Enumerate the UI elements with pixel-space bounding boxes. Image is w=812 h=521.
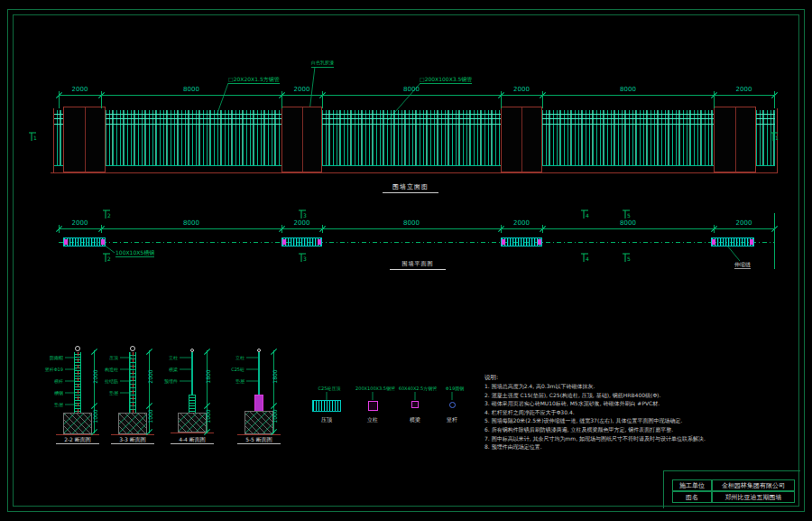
plan-end-line — [774, 213, 775, 269]
plan-channel-callout: 100X10X5槽钢 — [115, 249, 154, 257]
legend-callout: 60X40X2.5方钢管 — [397, 386, 438, 391]
elevation-dim-value: 2000 — [289, 87, 316, 93]
fence-rail — [53, 124, 63, 125]
section-dim-bottom: 1000 — [93, 404, 98, 429]
legend-callout: C25砼压顶 — [309, 386, 350, 391]
elevation-dim-value: 2000 — [67, 87, 94, 93]
elevation-callout: 白色乳胶漆 — [311, 60, 334, 68]
pillar-joint-line — [735, 107, 736, 172]
leader-line — [727, 246, 740, 261]
note-line: 6. 所有钢构件除锈后刷防锈漆两遍, 立柱及横梁颜色甲方定, 钢件表面打磨平整. — [484, 425, 710, 434]
elevation-dim-value: 2000 — [731, 87, 758, 93]
fence-rail — [106, 118, 281, 119]
section-ground-line — [56, 434, 99, 435]
plan-section-mark: 4 — [580, 252, 593, 265]
note-line: 7. 图中标高以米计, 其余尺寸均为mm, 如现场与图纸尺寸不符时请及时与设计单… — [484, 434, 710, 443]
elevation-ext-lower — [542, 98, 543, 108]
section-label: 预埋件 — [140, 378, 178, 384]
fence-pillar — [281, 107, 322, 172]
plan-block-cap — [538, 239, 541, 245]
legend-callout: 200X100X3.5钢管 — [355, 386, 396, 391]
note-line: 1. 围墙总高度为2.4, 高0.3m以下砖砌体抹灰. — [484, 382, 710, 391]
note-line: 3. 砌体采用页岩实心砖MU10标砖, M5水泥砂浆, 砖砌体外刷白 #PVC材… — [484, 399, 710, 408]
fence-rail — [106, 124, 281, 125]
fence-panel — [106, 110, 281, 166]
section-title: 3-3 断面图 — [111, 436, 154, 444]
elevation-dim-value: 2000 — [508, 87, 535, 93]
plan-ext — [59, 225, 60, 233]
fence-rail — [756, 118, 775, 119]
section-centerline — [78, 349, 78, 419]
elevation-ext-lower — [59, 98, 60, 108]
svg-text:4: 4 — [586, 256, 589, 262]
pillar-joint-line — [521, 107, 522, 172]
fence-panel — [542, 110, 714, 166]
fence-rail — [322, 114, 501, 115]
legend-name: 立柱 — [355, 416, 391, 423]
plan-block-cap — [750, 239, 753, 245]
svg-text:5: 5 — [627, 256, 631, 262]
plan-dim-value: 8000 — [398, 220, 425, 227]
plan-ext — [322, 225, 323, 233]
fence-rail — [542, 114, 714, 115]
fence-rail — [756, 114, 775, 115]
plan-wall-centerline — [59, 242, 774, 243]
elevation-dim-value: 8000 — [614, 87, 641, 93]
legend-name: 竖杆 — [434, 416, 470, 423]
svg-text:1: 1 — [775, 135, 779, 141]
note-line: 4. 栏杆竖杆之间净距不应大于Φ30.4. — [484, 408, 710, 417]
plan-section-mark: 2 — [102, 209, 115, 221]
plan-block-cap — [712, 239, 715, 245]
plan-block-cap — [101, 239, 105, 245]
section-label: 竖杆Φ19 — [25, 367, 63, 372]
notes-block: 说明: 1. 围墙总高度为2.4, 高0.3m以下砖砌体抹灰.2. 混凝土强度 … — [484, 374, 710, 451]
elevation-dimline — [59, 95, 774, 96]
section-label: 槽钢 — [25, 390, 63, 395]
legend-shape-square — [411, 401, 419, 408]
section-label: 构造柱 — [80, 367, 118, 372]
section-dim-top: 1800 — [272, 364, 278, 389]
elevation-section-mark: 1 — [770, 131, 782, 144]
cad-drawing-page: { "drawing": { "elevation": { "title": "… — [0, 0, 812, 521]
section-post — [191, 352, 193, 395]
plan-ext — [501, 225, 502, 233]
section-centerline — [133, 349, 134, 419]
svg-text:2: 2 — [107, 256, 111, 262]
section-post-cap — [75, 346, 80, 351]
plan-block-cap — [502, 239, 505, 245]
elevation-ext-lower — [322, 98, 323, 108]
section-foundation — [245, 411, 273, 434]
section-ground-line — [237, 434, 281, 435]
section-post-cap — [190, 349, 194, 352]
ground-line — [51, 172, 778, 173]
elevation-dim-value: 8000 — [398, 87, 425, 93]
plan-dim-value: 2000 — [731, 220, 758, 227]
note-line: 5. 围墙每隔20米(2.5米)设伸缩缝一道, 缝宽37(左右), 具体位置平面… — [484, 416, 710, 425]
pillar-joint-line — [302, 107, 303, 172]
plan-block-cap — [318, 239, 321, 245]
plan-title: 围墙平面图 — [390, 260, 446, 270]
plan-pillar-block — [501, 237, 542, 247]
plan-block-cap — [64, 239, 68, 245]
section-label: 防雨帽 — [25, 355, 63, 360]
elevation-title: 围墙立面图 — [383, 182, 438, 193]
fence-pillar — [63, 107, 106, 172]
fence-pillar — [714, 107, 756, 172]
section-label: 立柱 — [140, 355, 178, 360]
plan-pillar-block — [711, 237, 754, 247]
legend-shape-circle — [449, 402, 456, 408]
section-label: 垫层 — [207, 378, 245, 384]
fence-panel — [53, 110, 63, 166]
fence-rail — [542, 118, 714, 119]
fence-rail — [542, 124, 714, 125]
elevation-section-mark: 1 — [28, 131, 41, 144]
section-foundation — [118, 413, 147, 434]
svg-text:1: 1 — [33, 135, 37, 141]
section-title: 2-2 断面图 — [56, 436, 99, 444]
section-post-cap — [130, 346, 135, 351]
plan-dimline — [59, 228, 774, 229]
section-dim-bottom: 1000 — [206, 404, 211, 429]
section-label: 拉结筋 — [80, 378, 118, 384]
plan-joint-callout: 伸缩缝 — [734, 261, 751, 269]
svg-text:5: 5 — [627, 212, 631, 219]
